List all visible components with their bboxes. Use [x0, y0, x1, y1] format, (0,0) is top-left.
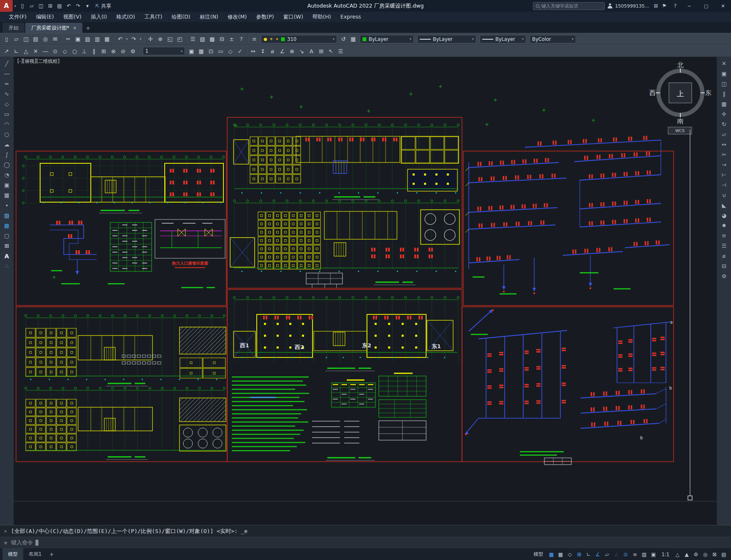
aligned-dimension-icon[interactable]: ↕ [258, 46, 268, 56]
stretch-icon[interactable]: ↔ [719, 140, 729, 149]
insert-block-icon[interactable]: ▣ [2, 180, 12, 190]
dynamic-input-icon[interactable]: ⊞ [574, 550, 584, 559]
erase-icon[interactable]: ✕ [719, 59, 729, 68]
snap-center-icon[interactable]: ⊙ [50, 46, 60, 56]
linear-dimension-icon[interactable]: ↔ [248, 46, 258, 56]
help-icon[interactable]: ? [236, 35, 246, 44]
account-id[interactable]: 1505999135... [615, 3, 649, 9]
rectangle-icon[interactable]: ▭ [216, 46, 226, 56]
snap-insertion-icon[interactable]: ⊞ [99, 46, 109, 56]
tool-palettes-icon[interactable]: ▩ [207, 35, 217, 44]
redo-icon[interactable]: ↷ [73, 1, 83, 11]
ellipse-arc-icon[interactable]: ◔ [2, 170, 12, 180]
ellipse-icon[interactable]: ◯ [2, 160, 12, 170]
polar-tracking-icon[interactable]: ∠ [593, 550, 602, 559]
point-style-icon[interactable]: ⊡ [206, 46, 216, 56]
snap-node-icon[interactable]: ⊗ [109, 46, 118, 56]
make-block-icon[interactable]: ▣ [187, 46, 196, 56]
group-icon[interactable]: ⊟ [719, 261, 729, 271]
undo-icon[interactable]: ↶ [115, 35, 125, 44]
menu-express[interactable]: Express [336, 12, 366, 22]
notification-icon[interactable]: ⚑ [660, 3, 668, 9]
grid-display-icon[interactable]: ▦ [546, 550, 556, 559]
command-input-row[interactable]: ⚒ 键入命令 [0, 537, 731, 548]
open-icon[interactable]: ▱ [11, 35, 21, 44]
insert-block-icon[interactable]: ▦ [196, 46, 206, 56]
explode-icon[interactable]: ✸ [719, 221, 729, 230]
object-snap-icon[interactable]: ⊙ [621, 550, 630, 559]
snap-midpoint-icon[interactable]: △ [21, 46, 31, 56]
app-store-icon[interactable]: ⊞ [652, 3, 660, 9]
isometric-drafting-icon[interactable]: ▱ [602, 550, 611, 559]
autoscale-icon[interactable]: ▲ [682, 550, 691, 559]
table-style-icon[interactable]: ⊞ [316, 46, 326, 56]
transparency-icon[interactable]: ▨ [639, 550, 649, 559]
osnap-settings-icon[interactable]: ⚙ [128, 46, 138, 56]
pan-icon[interactable]: ✢ [146, 35, 155, 44]
make-block-icon[interactable]: ▦ [2, 190, 12, 200]
lineweight-combo[interactable]: ByLayer ▾ [480, 35, 526, 43]
menu-edit[interactable]: 编辑(E) [31, 12, 59, 22]
application-menu-button[interactable]: A [0, 0, 13, 12]
polygon-icon[interactable]: ◇ [226, 46, 235, 56]
snap-endpoint-icon[interactable]: ∟ [11, 46, 21, 56]
save-icon[interactable]: ◫ [21, 35, 31, 44]
layer-properties-icon[interactable]: ≡ [250, 35, 259, 44]
design-center-icon[interactable]: ▧ [198, 35, 207, 44]
polygon-icon[interactable]: ◇ [2, 99, 12, 109]
menu-modify[interactable]: 修改(M) [223, 12, 252, 22]
multiline-icon[interactable]: ═ [2, 79, 12, 89]
paste-icon[interactable]: ▨ [83, 35, 92, 44]
scale-icon[interactable]: ▱ [719, 130, 729, 139]
join-icon[interactable]: ∪ [719, 190, 729, 200]
infer-constraints-icon[interactable]: ◇ [565, 550, 574, 559]
line-tool-icon[interactable]: ╱ [2, 59, 12, 68]
extend-icon[interactable]: → [719, 160, 729, 170]
tab-close-icon[interactable]: ✕ [73, 26, 76, 30]
diameter-dimension-icon[interactable]: ⌀ [268, 46, 277, 56]
annotation-scale-button[interactable]: 1:1 [658, 552, 672, 557]
menu-insert[interactable]: 插入(I) [86, 12, 111, 22]
new-layout-button[interactable]: + [47, 552, 56, 557]
zoom-previous-icon[interactable]: ◰ [175, 35, 185, 44]
snap-quadrant-icon[interactable]: ◇ [60, 46, 70, 56]
qsave-icon[interactable]: ◫ [36, 1, 46, 11]
menu-view[interactable]: 视图(V) [59, 12, 86, 22]
point-cloud-icon[interactable]: ∴ [2, 261, 12, 271]
tab-start[interactable]: 开始 [3, 23, 24, 33]
search-input[interactable]: 键入关键字或短语 [533, 2, 605, 10]
measure-icon[interactable]: ⌀ [719, 251, 729, 261]
qat-dropdown-icon[interactable]: ▾ [83, 1, 92, 11]
snap-parallel-icon[interactable]: ∥ [89, 46, 99, 56]
break-icon[interactable]: ⊣ [719, 180, 729, 190]
linetype-combo[interactable]: ByLayer ▾ [417, 35, 476, 43]
gradient-icon[interactable]: ▩ [2, 221, 12, 230]
menu-parametric[interactable]: 参数(P) [251, 12, 278, 22]
copy-icon[interactable]: ▣ [719, 69, 729, 78]
tab-drawing[interactable]: 厂房采暖设计图* ✕ [25, 23, 82, 33]
linetype-scale-combo[interactable]: 1 ▾ [143, 47, 185, 55]
view-cube[interactable] [649, 61, 712, 125]
annotation-monitor-icon[interactable]: ◎ [701, 550, 710, 559]
close-button[interactable]: ✕ [716, 0, 730, 12]
object-snap-tracking-icon[interactable]: ∴ [611, 550, 621, 559]
mirror-icon[interactable]: ◫ [719, 79, 729, 89]
help-button[interactable]: ? [671, 3, 679, 9]
move-icon[interactable]: ✢ [719, 109, 729, 119]
text-style-icon[interactable]: A [307, 46, 316, 56]
multileader-icon[interactable]: ↖ [326, 46, 336, 56]
minimize-button[interactable]: ─ [682, 0, 696, 12]
array-icon[interactable]: ▦ [719, 99, 729, 109]
mtext-icon[interactable]: A [2, 251, 12, 261]
menu-tools[interactable]: 工具(T) [140, 12, 167, 22]
snap-intersection-icon[interactable]: ✕ [31, 46, 41, 56]
menu-help[interactable]: 帮助(H) [308, 12, 336, 22]
zoom-window-icon[interactable]: ◱ [165, 35, 175, 44]
redo-icon[interactable]: ↷ [129, 35, 139, 44]
rectangle-icon[interactable]: ▭ [2, 109, 12, 119]
color-combo[interactable]: ByLayer ▾ [360, 35, 414, 43]
settings-icon[interactable]: ⚙ [719, 271, 729, 281]
plot-preview-icon[interactable]: ◎ [41, 35, 50, 44]
chamfer-icon[interactable]: ◣ [719, 200, 729, 210]
qnew-icon[interactable]: ▯ [18, 1, 27, 11]
